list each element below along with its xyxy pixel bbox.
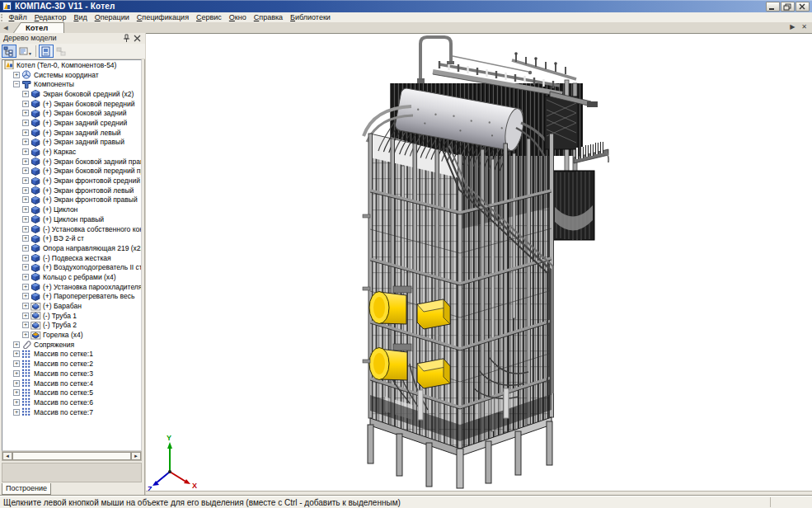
menu-item[interactable]: Файл (5, 12, 31, 22)
tab-scroll-left-icon[interactable]: ◀ (2, 24, 10, 32)
menu-item[interactable]: Редактор (31, 12, 70, 22)
tree-item[interactable]: +Опора направляющая 219 (x22) (2, 243, 141, 253)
scroll-thumb[interactable] (12, 452, 131, 460)
tree-expander[interactable]: + (22, 177, 29, 184)
tab-construction[interactable]: Построение (2, 483, 51, 495)
tree-item[interactable]: +(+) Экран боковой передний правый (2, 167, 141, 176)
tree-item[interactable]: +(+) Экран задний левый (2, 128, 141, 138)
tree-item[interactable]: +Массив по сетке:4 (2, 379, 141, 388)
tree-item[interactable]: +Массив по сетке:7 (2, 407, 141, 417)
tree-item[interactable]: +Экран боковой средний (x2) (2, 89, 141, 99)
tree-expander[interactable]: + (22, 101, 29, 107)
display-mode-button[interactable]: ▼ (17, 45, 32, 58)
tree-expander[interactable]: + (13, 350, 20, 357)
menu-item[interactable]: Спецификация (133, 12, 192, 22)
tree-expander[interactable]: + (22, 129, 29, 136)
tree-expander[interactable]: + (13, 380, 20, 387)
tree-expander[interactable]: + (22, 91, 29, 97)
tree-item[interactable]: +(+) Экран боковой передний (2, 99, 141, 109)
tree-expander[interactable]: + (22, 313, 29, 319)
tree-item[interactable]: +(-) Подвеска жесткая (2, 253, 141, 263)
tree-expander[interactable]: + (22, 110, 29, 116)
tree-expander[interactable]: + (13, 341, 20, 348)
tree-expander[interactable]: + (13, 370, 20, 377)
tree-item[interactable]: +(+) Экран боковой задний правый (2, 157, 141, 167)
restore-button[interactable] (781, 2, 795, 12)
tree-expander[interactable]: + (22, 226, 29, 233)
tree-item[interactable]: +(+) ВЭ 2-й ст (2, 233, 141, 243)
tree-expander[interactable]: + (22, 255, 29, 261)
tree-item[interactable]: +(+) Установка пароохладителя (2, 282, 141, 292)
tree-expander[interactable]: + (13, 399, 20, 406)
tree-item[interactable]: +(+) Экран задний средний (2, 118, 141, 128)
tree-item[interactable]: +(+) Экран задний правый (2, 138, 141, 148)
tree-structure-button[interactable] (2, 45, 16, 58)
menu-item[interactable]: Окно (225, 12, 250, 22)
menu-item[interactable]: Вид (70, 12, 91, 22)
minimize-button[interactable] (766, 2, 780, 12)
tree-item[interactable]: +(+) Пароперегреватель весь (2, 292, 141, 302)
tree-item[interactable]: +Горелка (x4) (2, 330, 141, 340)
viewport-3d[interactable]: Y X Z (146, 33, 812, 495)
tree-expander[interactable]: − (13, 81, 20, 87)
tree-item[interactable]: +(+) Экран фронтовой средний (2, 176, 141, 186)
tree-expander[interactable]: + (22, 303, 29, 309)
tree-item[interactable]: +(-) Труба 2 (2, 321, 141, 331)
tab-scroll-right-icon[interactable]: ▶ (790, 23, 795, 31)
tree-expander[interactable]: + (22, 235, 29, 242)
tree-item[interactable]: Котел (Тел-0, Компонентов-54) (2, 60, 141, 70)
tree-item[interactable]: +Сопряжения (2, 340, 141, 350)
tree-expander[interactable]: + (22, 332, 29, 338)
tree-item[interactable]: +(+) Экран боковой задний (2, 108, 141, 118)
menu-item[interactable]: Справка (250, 12, 286, 22)
pin-icon[interactable] (121, 34, 130, 43)
scroll-right-arrow[interactable]: ► (131, 452, 141, 460)
tree-item[interactable]: +Кольцо с ребрами (x4) (2, 272, 141, 282)
tree-item[interactable]: +Системы координат (2, 70, 141, 80)
tree-expander[interactable]: + (22, 120, 29, 126)
tree-expander[interactable]: + (22, 322, 29, 328)
relations-button[interactable] (54, 45, 69, 58)
boiler-model[interactable]: Y X Z (146, 34, 812, 492)
tree-horizontal-scrollbar[interactable]: ◄ ► (2, 451, 142, 461)
tree-item[interactable]: +(+) Каркас (2, 147, 141, 157)
menu-item[interactable]: Сервис (193, 12, 226, 22)
tree-expander[interactable]: + (22, 284, 29, 290)
tree-item[interactable]: +(+) Экран фронтовой правый (2, 195, 141, 205)
tree-expander[interactable]: + (13, 360, 20, 367)
tree-expander[interactable]: + (22, 187, 29, 194)
tree-item[interactable]: +Массив по сетке:2 (2, 359, 141, 369)
scroll-left-arrow[interactable]: ◄ (2, 452, 12, 460)
tree-expander[interactable]: + (22, 167, 29, 174)
tree-expander[interactable]: + (22, 293, 29, 299)
close-button[interactable] (796, 2, 810, 12)
tree-item[interactable]: −Компоненты (2, 79, 141, 89)
tree-item[interactable]: +(+) Экран фронтовой левый (2, 186, 141, 195)
tree-expander[interactable]: + (22, 206, 29, 213)
section-button[interactable] (39, 45, 54, 58)
tab-close-icon[interactable]: ✕ (801, 23, 807, 31)
tree-expander[interactable]: + (22, 216, 29, 223)
tree-item[interactable]: +(-) Труба 1 (2, 311, 141, 321)
tree-item[interactable]: +Массив по сетке:3 (2, 369, 141, 379)
tree-expander[interactable]: + (13, 389, 20, 396)
tree-item[interactable]: +(+) Циклон (2, 205, 141, 214)
tree-item[interactable]: +Массив по сетке:1 (2, 350, 141, 360)
tree-item[interactable]: +Массив по сетке:5 (2, 388, 141, 397)
tree-expander[interactable]: + (22, 148, 29, 155)
menu-item[interactable]: Библиотеки (287, 12, 335, 22)
tree-item[interactable]: +(+) Воздухоподогреватель II ступени (2, 262, 141, 272)
tree-expander[interactable]: + (22, 245, 29, 252)
tree-expander[interactable]: + (22, 158, 29, 165)
tree-expander[interactable]: + (22, 274, 29, 280)
tree-expander[interactable]: + (22, 139, 29, 145)
tree-expander[interactable]: + (22, 196, 29, 203)
document-tab[interactable]: Котел (13, 22, 64, 33)
menu-item[interactable]: Операции (91, 12, 133, 22)
panel-close-icon[interactable] (133, 34, 142, 43)
tree-expander[interactable]: + (13, 72, 20, 78)
tree-item[interactable]: +(+) Барабан (2, 301, 141, 311)
tree-item[interactable]: +(+) Циклон правый (2, 214, 141, 224)
tree-item[interactable]: +(-) Установка собственного конденсата (2, 224, 141, 234)
tree-item[interactable]: +Массив по сетке:6 (2, 397, 141, 407)
